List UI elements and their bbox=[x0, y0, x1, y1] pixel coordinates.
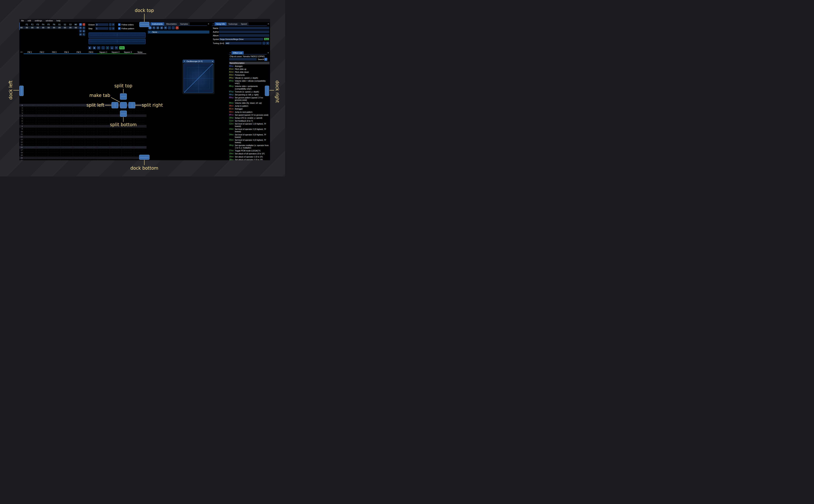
pattern-cell[interactable]: ··· ·· ·· ···· bbox=[109, 128, 122, 130]
edit-toggle-button[interactable]: ● bbox=[106, 46, 109, 49]
pattern-cell[interactable]: ··· ·· ·· ···· bbox=[97, 141, 109, 143]
pattern-cell[interactable]: ··· ·· ·· ···· bbox=[60, 154, 73, 156]
channel-header[interactable]: Square 3 bbox=[122, 51, 134, 54]
pattern-cell[interactable]: ··· ·· ·· ···· bbox=[122, 146, 134, 148]
effect-row[interactable]: 14xx Set level of operator 3 (0 highest,… bbox=[229, 133, 269, 139]
tab-wavetables[interactable]: Wavetables bbox=[164, 22, 178, 25]
pattern-cell[interactable]: ··· ·· ·· ···· bbox=[109, 146, 122, 148]
effect-row[interactable]: 16xy Set operator multiplier (x: operato… bbox=[229, 144, 269, 149]
pattern-cell[interactable]: ··· ·· ·· ···· bbox=[122, 131, 134, 132]
move-instrument-up-button[interactable]: ↑ bbox=[168, 26, 171, 29]
menu-item[interactable]: edit bbox=[28, 20, 31, 22]
pattern-cell[interactable]: ··· ·· ·· ···· bbox=[36, 154, 48, 156]
pattern-cell[interactable]: ··· ·· ·· ···· bbox=[97, 123, 109, 125]
pattern-cell[interactable]: ··· ·· ·· ···· bbox=[60, 104, 73, 106]
orders-row[interactable]: 0000000000000000000000 bbox=[20, 26, 80, 29]
pattern-cell[interactable]: ··· ·· ·· ···· bbox=[48, 125, 60, 127]
channel-header[interactable]: Noise bbox=[134, 51, 146, 54]
pattern-cell[interactable]: ··· ·· ·· ···· bbox=[48, 139, 60, 140]
order-cell[interactable]: 00 bbox=[25, 27, 31, 29]
effect-search-input[interactable] bbox=[229, 58, 257, 61]
auto-system-button[interactable]: Auto bbox=[264, 38, 269, 41]
pattern-cell[interactable]: ··· ·· ·· ···· bbox=[36, 128, 48, 130]
pattern-cell[interactable]: ··· ·· ·· ···· bbox=[36, 125, 48, 127]
play-button[interactable]: ▶ bbox=[88, 46, 91, 49]
pattern-row[interactable]: 19··· ·· ·· ······· ·· ·· ······· ·· ·· … bbox=[19, 154, 146, 157]
pattern-cell[interactable]: ··· ·· ·· ···· bbox=[73, 160, 85, 160]
effect-row[interactable]: 0Axy Volume slide (0y: down; x0: up) bbox=[229, 102, 269, 105]
pattern-cell[interactable]: ··· ·· ·· ···· bbox=[36, 131, 48, 132]
channel-header[interactable]: FM 2 bbox=[36, 51, 48, 54]
channel-header[interactable]: FM 3 bbox=[48, 51, 60, 54]
pattern-cell[interactable]: ··· ·· ·· ···· bbox=[36, 160, 48, 160]
pattern-cell[interactable]: ··· ·· ·· ···· bbox=[85, 152, 97, 153]
album-field[interactable] bbox=[219, 34, 269, 37]
pattern-cell[interactable]: ··· ·· ·· ···· bbox=[134, 139, 146, 140]
pattern-cell[interactable]: ··· ·· ·· ···· bbox=[60, 115, 73, 117]
pattern-cell[interactable]: ··· ·· ·· ···· bbox=[109, 120, 122, 122]
pattern-cell[interactable]: ··· ·· ·· ···· bbox=[134, 128, 146, 130]
pattern-cell[interactable]: ··· ·· ·· ···· bbox=[97, 131, 109, 132]
play-from-start-button[interactable]: ◉ bbox=[93, 46, 96, 49]
pattern-cell[interactable]: ··· ·· ·· ···· bbox=[134, 149, 146, 151]
pattern-cell[interactable]: ··· ·· ·· ···· bbox=[60, 107, 73, 109]
effect-row[interactable]: 03xx Portamento bbox=[229, 74, 269, 76]
pattern-row[interactable]: 4··· ·· ·· ······· ·· ·· ······· ·· ·· ·… bbox=[19, 114, 146, 117]
pattern-cell[interactable]: ··· ·· ·· ···· bbox=[109, 136, 122, 138]
step-decrease-button[interactable]: - bbox=[109, 27, 111, 30]
move-instrument-down-button[interactable]: ↓ bbox=[172, 26, 175, 29]
pattern-cell[interactable]: ··· ·· ·· ···· bbox=[97, 152, 109, 153]
split-right-target[interactable] bbox=[128, 102, 135, 108]
pattern-cell[interactable]: ··· ·· ·· ···· bbox=[122, 154, 134, 156]
name-field[interactable] bbox=[219, 27, 269, 29]
step-one-row-button[interactable]: ↓ bbox=[102, 46, 105, 49]
open-instrument-button[interactable]: ▤ bbox=[156, 26, 159, 29]
dock-left-target[interactable] bbox=[19, 86, 24, 96]
order-cell[interactable]: 00 bbox=[63, 27, 69, 29]
pattern-cell[interactable]: ··· ·· ·· ···· bbox=[36, 104, 48, 106]
pattern-cell[interactable]: ··· ·· ·· ···· bbox=[24, 141, 36, 143]
duplicate-order-end-button[interactable]: ⇊ bbox=[83, 30, 85, 32]
tuning-field[interactable] bbox=[225, 42, 262, 45]
pattern-cell[interactable]: ··· ·· ·· ···· bbox=[97, 160, 109, 160]
pattern-cell[interactable]: ··· ·· ·· ···· bbox=[109, 149, 122, 151]
pattern-expand-button[interactable]: ++ bbox=[19, 51, 24, 54]
pattern-row[interactable]: 16··· ·· ·· ······· ·· ·· ······· ·· ·· … bbox=[19, 146, 146, 149]
pattern-cell[interactable]: ··· ·· ·· ···· bbox=[134, 131, 146, 132]
oscilloscope-xy-titlebar[interactable]: ▼ Oscilloscope (X-Y) bbox=[183, 60, 214, 63]
pattern-cell[interactable]: ··· ·· ·· ···· bbox=[48, 112, 60, 114]
effect-row[interactable]: 00xy Arpeggio bbox=[229, 65, 269, 68]
play-once-button[interactable]: ↦ bbox=[97, 46, 100, 49]
pattern-cell[interactable]: ··· ·· ·· ···· bbox=[85, 146, 97, 148]
pattern-cell[interactable]: ··· ·· ·· ···· bbox=[122, 149, 134, 151]
menu-item[interactable]: window bbox=[46, 20, 53, 22]
pattern-cell[interactable]: ··· ·· ·· ···· bbox=[48, 110, 60, 111]
pattern-row[interactable]: 0··· ·· ·· ······· ·· ·· ······· ·· ·· ·… bbox=[19, 104, 146, 106]
pattern-cell[interactable]: ··· ·· ·· ···· bbox=[60, 125, 73, 127]
pattern-cell[interactable]: ··· ·· ·· ···· bbox=[36, 133, 48, 135]
pattern-cell[interactable]: ··· ·· ·· ···· bbox=[48, 144, 60, 146]
pattern-cell[interactable]: ··· ·· ·· ···· bbox=[134, 120, 146, 122]
pattern-row[interactable]: 13··· ·· ·· ······· ·· ·· ······· ·· ·· … bbox=[19, 138, 146, 141]
pattern-cell[interactable]: ··· ·· ·· ···· bbox=[122, 144, 134, 146]
pattern-row[interactable]: 1··· ·· ·· ······· ·· ·· ······· ·· ·· ·… bbox=[19, 106, 146, 109]
instrument-list-item[interactable]: ○ - None - bbox=[148, 31, 209, 34]
pattern-cell[interactable]: ··· ·· ·· ···· bbox=[134, 118, 146, 119]
pattern-cell[interactable]: ··· ·· ·· ···· bbox=[24, 125, 36, 127]
pattern-cell[interactable]: ··· ·· ·· ···· bbox=[24, 131, 36, 132]
effect-row[interactable]: 1Axx Set attack of operator 1 (0 to 1F) bbox=[229, 155, 269, 158]
tuning-decrease-button[interactable]: - bbox=[262, 42, 265, 45]
pattern-cell[interactable]: ··· ·· ·· ···· bbox=[24, 146, 36, 148]
pattern-cell[interactable]: ··· ·· ·· ···· bbox=[73, 152, 85, 153]
move-order-up-button[interactable]: ∧ bbox=[83, 27, 85, 29]
pattern-cell[interactable]: ··· ·· ·· ···· bbox=[60, 123, 73, 125]
pattern-cell[interactable]: ··· ·· ·· ···· bbox=[48, 128, 60, 130]
channel-header[interactable]: FM 4 bbox=[60, 51, 73, 54]
channel-header[interactable]: Square 2 bbox=[109, 51, 122, 54]
pattern-cell[interactable]: ··· ·· ·· ···· bbox=[109, 118, 122, 119]
pattern-cell[interactable]: ··· ·· ·· ···· bbox=[109, 133, 122, 135]
pattern-cell[interactable]: ··· ·· ·· ···· bbox=[134, 136, 146, 138]
collapse-icon[interactable]: ▼ bbox=[184, 60, 185, 62]
pattern-cell[interactable]: ··· ·· ·· ···· bbox=[60, 139, 73, 140]
pattern-cell[interactable]: ··· ·· ·· ···· bbox=[97, 144, 109, 146]
